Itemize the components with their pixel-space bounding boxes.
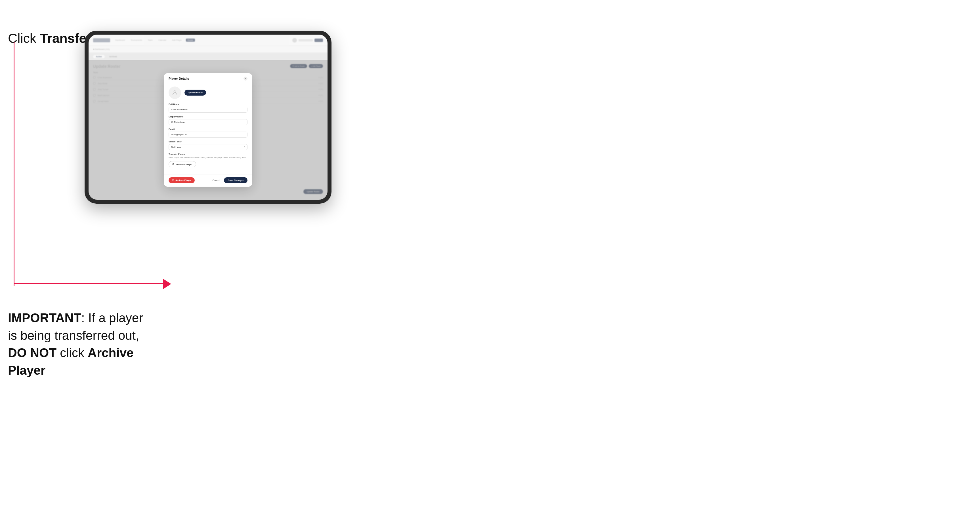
header-text <box>299 39 313 41</box>
instruction-bottom: IMPORTANT: If a player is being transfer… <box>8 309 153 379</box>
nav-tournaments: Tournaments <box>129 38 143 42</box>
transfer-section: Transfer Player If this player has moved… <box>169 153 248 168</box>
nav-dashboard: Dashboard <box>113 38 127 42</box>
display-name-label: Display Name <box>169 116 248 118</box>
display-name-group: Display Name C. Robertson <box>169 116 248 125</box>
modal-footer: ⬡ Archive Player Cancel Save Changes <box>164 174 252 187</box>
full-name-group: Full Name Chris Robertson <box>169 103 248 113</box>
full-name-input[interactable]: Chris Robertson <box>169 106 248 113</box>
modal-close-button[interactable]: × <box>243 76 248 81</box>
header-right <box>292 38 323 43</box>
sub-header: ■ Dashboard (111) <box>89 46 328 53</box>
archive-icon: ⬡ <box>172 179 174 181</box>
upload-photo-button[interactable]: Upload Photo <box>185 90 206 95</box>
email-input[interactable]: chris@clippd.io <box>169 132 248 138</box>
nav-items: Dashboard Tournaments Team Calendar Add … <box>113 38 289 42</box>
display-name-input[interactable]: C. Robertson <box>169 119 248 125</box>
header-avatar <box>292 38 297 43</box>
important-label: IMPORTANT <box>8 311 81 325</box>
do-not-label: DO NOT <box>8 346 56 360</box>
save-changes-button[interactable]: Save Changes <box>224 177 248 183</box>
nav-team: Team <box>146 38 154 42</box>
avatar-upload-area: Upload Photo <box>169 87 248 99</box>
modal-body: Upload Photo Full Name Chris Robertson D… <box>164 83 252 175</box>
main-content: Update Roster Team ▼ Add to Roster + Add… <box>89 60 328 200</box>
school-year-select[interactable]: Sixth Year ▾ <box>169 144 248 150</box>
school-year-value: Sixth Year <box>171 146 181 148</box>
full-name-label: Full Name <box>169 103 248 105</box>
transfer-btn-label: Transfer Player <box>176 163 192 166</box>
svg-point-0 <box>174 90 176 92</box>
archive-btn-label: Archive Player <box>175 179 191 181</box>
annotation-line-horizontal <box>14 283 169 284</box>
tab-bar: Active Archived <box>89 53 328 60</box>
tab-archived: Archived <box>107 55 120 58</box>
avatar-circle <box>169 87 181 99</box>
instruction-rest2: click <box>56 346 88 360</box>
annotation-arrow-head <box>163 279 171 289</box>
app-header: Dashboard Tournaments Team Calendar Add … <box>89 35 328 46</box>
chevron-down-icon: ▾ <box>244 146 245 148</box>
transfer-title: Transfer Player <box>169 153 248 156</box>
player-details-modal: Player Details × <box>164 73 252 187</box>
modal-header: Player Details × <box>164 73 252 83</box>
annotation-line-vertical <box>14 42 14 286</box>
ipad-device: Dashboard Tournaments Team Calendar Add … <box>84 31 331 204</box>
ipad-screen: Dashboard Tournaments Team Calendar Add … <box>89 35 328 200</box>
transfer-description: If this player has moved to another scho… <box>169 156 248 159</box>
breadcrumb: ■ Dashboard (111) <box>93 48 110 50</box>
archive-player-button[interactable]: ⬡ Archive Player <box>169 177 195 183</box>
tab-active: Active <box>93 55 105 58</box>
modal-overlay: Player Details × <box>89 60 328 200</box>
email-group: Email chris@clippd.io <box>169 128 248 138</box>
nav-calendar: Calendar <box>157 38 168 42</box>
school-year-label: School Year <box>169 140 248 143</box>
nav-roster: Roster <box>186 38 195 42</box>
header-button <box>315 38 323 42</box>
app-logo <box>93 38 110 42</box>
nav-addplayer: Add Player <box>170 38 183 42</box>
transfer-icon: ⟳ <box>172 163 175 166</box>
modal-title: Player Details <box>169 77 189 80</box>
cancel-button[interactable]: Cancel <box>210 178 222 183</box>
transfer-player-button[interactable]: ⟳ Transfer Player <box>169 161 196 167</box>
footer-right: Cancel Save Changes <box>210 177 248 183</box>
instruction-prefix: Click <box>8 31 40 46</box>
email-label: Email <box>169 128 248 130</box>
school-year-group: School Year Sixth Year ▾ <box>169 140 248 150</box>
